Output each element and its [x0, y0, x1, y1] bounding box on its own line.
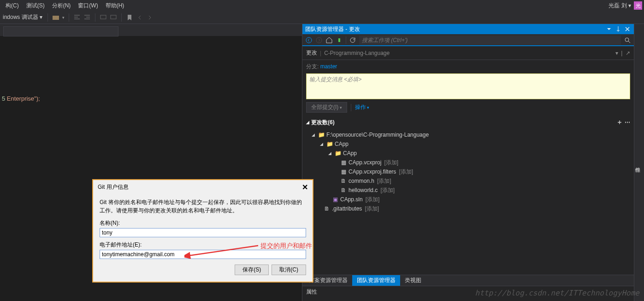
editor-scope-dropdown[interactable] [3, 26, 118, 36]
next-bookmark-icon[interactable] [146, 14, 154, 21]
right-sidebar-collapsed[interactable]: 组件 诊断工具 [634, 24, 644, 301]
more-icon[interactable]: ⋯ [625, 119, 630, 126]
svg-rect-5 [338, 38, 340, 42]
file-icon: 🗎 [340, 187, 347, 193]
indent-icon[interactable] [83, 14, 91, 21]
comment-icon[interactable] [100, 14, 107, 21]
search-input[interactable] [359, 36, 621, 45]
header-dropdown-icon[interactable]: ▾ | ↗ [615, 50, 630, 56]
search-icon[interactable] [624, 36, 631, 44]
menu-test[interactable]: 测试(S) [23, 1, 48, 11]
panel-toolbar [302, 34, 634, 46]
file-icon: 🗎 [324, 205, 330, 212]
folder-icon[interactable] [52, 14, 59, 21]
name-label: 名称(N): [100, 219, 306, 227]
panel-title-text: 团队资源管理器 - 更改 [305, 25, 605, 33]
refresh-icon[interactable] [349, 36, 356, 44]
tree-folder-capp-inner[interactable]: ◢ 📁 CApp [312, 149, 630, 158]
changes-count-header[interactable]: ◢ 更改数(6) ＋ ⋯ [302, 115, 634, 129]
tab-team-explorer[interactable]: 团队资源管理器 [352, 275, 400, 286]
user-avatar-badge[interactable]: 光 [634, 1, 642, 10]
watermark-text: http://blog.csdn.net/ITTechnologyHome [475, 289, 639, 297]
menu-window[interactable]: 窗口(W) [74, 1, 101, 11]
branch-row: 分支: master [302, 60, 634, 73]
dialog-description: Git 将你的姓名和电子邮件地址与每个提交一起保存，因此可以很容易地找到你做的工… [100, 198, 306, 215]
file-icon: 🗎 [340, 178, 347, 184]
menubar: 构(C) 测试(S) 分析(N) 窗口(W) 帮助(H) 光磊 刘 ▾ 光 [0, 0, 644, 11]
code-editor[interactable]: 5 Enterprise"); [0, 36, 302, 106]
svg-rect-0 [53, 16, 59, 20]
user-name[interactable]: 光磊 刘 ▾ [606, 2, 634, 10]
prev-bookmark-icon[interactable] [136, 14, 143, 21]
tree-folder-capp[interactable]: ◢ 📁 CApp [312, 139, 630, 149]
menu-help[interactable]: 帮助(H) [102, 1, 128, 11]
home-icon[interactable] [325, 36, 333, 44]
cancel-button[interactable]: 取消(C) [272, 265, 306, 275]
changes-header: 更改 | C-Programming-Language ▾ | ↗ [302, 46, 634, 60]
toolbar: indows 调试器 ▾ ▾ [0, 11, 644, 24]
svg-point-6 [625, 38, 629, 42]
solution-icon: ▣ [332, 196, 338, 203]
close-icon[interactable]: ✕ [302, 183, 308, 192]
commit-all-button[interactable]: 全部提交(I) [306, 102, 347, 113]
file-icon: ▦ [340, 159, 347, 166]
tree-root[interactable]: ◢ 📁 F:\opensource\C-Programming-Language [312, 130, 630, 139]
bookmark-icon[interactable] [126, 14, 133, 21]
outdent-icon[interactable] [73, 14, 81, 21]
email-label: 电子邮件地址(E): [100, 241, 306, 249]
menu-build[interactable]: 构(C) [2, 1, 23, 11]
plug-icon[interactable] [336, 36, 343, 44]
tree-file[interactable]: ▦ CApp.vcxproj [添加] [312, 158, 630, 167]
save-button[interactable]: 保存(S) [235, 265, 269, 275]
changes-label: 更改 [306, 49, 317, 57]
menu-analyze[interactable]: 分析(N) [48, 1, 75, 11]
debugger-dropdown[interactable]: indows 调试器 ▾ [2, 13, 43, 21]
name-input[interactable] [100, 228, 306, 237]
stage-plus-icon[interactable]: ＋ [616, 118, 623, 126]
back-icon[interactable] [305, 36, 313, 44]
tree-file-gitattr[interactable]: 🗎 .gitattributes [添加] [312, 204, 630, 213]
forward-icon[interactable] [315, 36, 323, 44]
email-input[interactable] [100, 250, 306, 259]
svg-point-4 [316, 37, 322, 43]
file-tree: ◢ 📁 F:\opensource\C-Programming-Language… [302, 129, 634, 217]
folder-icon: 📁 [326, 141, 333, 147]
team-explorer-panel: 团队资源管理器 - 更改 更改 | C-Programming-Language… [302, 24, 634, 301]
uncomment-icon[interactable] [110, 14, 117, 21]
folder-icon: 📁 [335, 150, 341, 157]
pin-icon[interactable] [614, 25, 622, 33]
panel-title-bar: 团队资源管理器 - 更改 [302, 24, 634, 34]
close-icon[interactable] [624, 25, 631, 33]
branch-link[interactable]: master [320, 63, 337, 70]
svg-rect-2 [111, 15, 116, 19]
file-icon: ▦ [340, 169, 347, 175]
folder-icon: 📁 [318, 132, 325, 138]
project-name[interactable]: C-Programming-Language [324, 50, 390, 56]
tab-class-view[interactable]: 类视图 [400, 275, 426, 286]
svg-rect-1 [100, 15, 106, 19]
dialog-title-text: Git 用户信息 [98, 183, 302, 191]
tree-file[interactable]: 🗎 common.h [添加] [312, 176, 630, 186]
bottom-tab-strip: 方案资源管理器 团队资源管理器 类视图 [302, 275, 634, 286]
tree-file[interactable]: 🗎 helloworld.c [添加] [312, 186, 630, 195]
tree-file-sln[interactable]: ▣ CApp.sln [添加] [312, 195, 630, 204]
dropdown-icon[interactable] [605, 25, 613, 33]
svg-point-3 [306, 37, 312, 43]
tree-file[interactable]: ▦ CApp.vcxproj.filters [添加] [312, 167, 630, 176]
actions-link[interactable]: 操作 [355, 103, 370, 111]
commit-message-input[interactable]: 输入提交消息 <必填> [306, 73, 630, 99]
git-user-info-dialog: Git 用户信息 ✕ Git 将你的姓名和电子邮件地址与每个提交一起保存，因此可… [92, 179, 313, 283]
